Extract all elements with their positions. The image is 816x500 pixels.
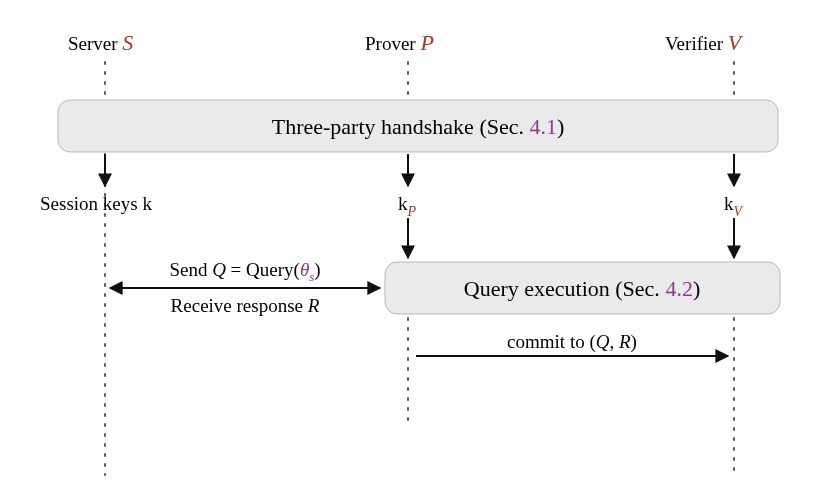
k-V: kV — [724, 193, 744, 219]
key-down-arrows — [408, 218, 734, 258]
handshake-title: Three-party handshake (Sec. 4.1) — [272, 114, 565, 139]
server-label: Server S — [68, 30, 133, 55]
send-query-label: Send Q = Query(θs) — [169, 259, 320, 284]
protocol-diagram-svg: Server S Prover P Verifier V Three-party… — [0, 0, 816, 500]
query-exec-title: Query execution (Sec. 4.2) — [464, 276, 700, 301]
handshake-box: Three-party handshake (Sec. 4.1) — [58, 100, 778, 152]
prover-label: Prover P — [365, 30, 434, 55]
handshake-out-arrows — [105, 154, 734, 186]
session-keys-k: Session keys k — [40, 193, 152, 214]
session-key-labels: Session keys k kP kV — [40, 193, 744, 219]
commit-label: commit to (Q, R) kV verify R using kP an… — [507, 331, 637, 353]
participant-labels: Server S Prover P Verifier V — [68, 30, 744, 55]
verifier-label: Verifier V — [665, 30, 744, 55]
k-P: kP — [398, 193, 417, 219]
query-exec-box: Query execution (Sec. 4.2) — [385, 262, 780, 314]
diagram-container: Server S Prover P Verifier V Three-party… — [0, 0, 816, 500]
receive-response-label: Receive response R — [171, 295, 320, 316]
